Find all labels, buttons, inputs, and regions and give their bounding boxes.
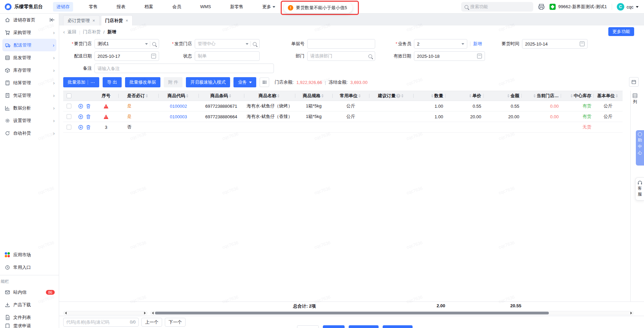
cell-price[interactable]: 20.00 xyxy=(445,111,483,122)
scroll-right-icon[interactable] xyxy=(144,312,146,314)
collapse-sidebar-icon[interactable] xyxy=(50,18,55,22)
col-center-stock[interactable]: 中心库存 xyxy=(561,91,593,101)
sidebar-item-product-download[interactable]: 产品下载 xyxy=(0,298,59,311)
col-amount[interactable]: 金额 xyxy=(483,91,521,101)
info-icon[interactable] xyxy=(396,94,400,98)
col-store-stock[interactable]: 当前门店… xyxy=(521,91,561,101)
bill-no-input[interactable] xyxy=(307,39,375,49)
clerk-select[interactable]: 2 xyxy=(414,39,467,49)
sidebar-item-voucher[interactable]: 凭证管理› xyxy=(0,89,59,102)
department-select[interactable]: 请选择部门 xyxy=(307,51,375,61)
tab-store-replenish[interactable]: 门店补货 × xyxy=(101,15,133,25)
export-button[interactable]: 导 出 xyxy=(103,77,122,87)
cell-qty[interactable]: 1.00 xyxy=(413,111,445,122)
col-qty[interactable]: 数量 xyxy=(413,91,445,101)
global-search-input[interactable]: 搜索功能 xyxy=(461,2,533,12)
nav-item-wms[interactable]: WMS xyxy=(197,2,214,11)
user-menu[interactable]: C cqc xyxy=(617,3,639,11)
more-functions-button[interactable]: 更多功能 xyxy=(608,27,634,36)
col-barcode[interactable]: 商品条码 xyxy=(198,91,244,101)
sidebar-item-auto-replenish[interactable]: 自动补货› xyxy=(0,127,59,139)
sort-icon[interactable] xyxy=(534,94,536,98)
sidebar-item-purchase[interactable]: 采购管理› xyxy=(0,26,59,39)
sidebar-item-stock[interactable]: 库存管理› xyxy=(0,64,59,76)
printer-icon[interactable] xyxy=(538,3,545,10)
cutoff-button[interactable] xyxy=(297,325,319,328)
sort-icon[interactable] xyxy=(186,94,188,98)
delivery-date-datepicker[interactable]: 2025-10-17 xyxy=(94,51,159,61)
sort-icon[interactable] xyxy=(146,94,148,98)
sort-icon[interactable] xyxy=(229,94,231,98)
sort-icon[interactable] xyxy=(321,94,324,98)
nav-item-report[interactable]: 报表 xyxy=(113,2,129,12)
batch-edit-button[interactable]: 批量修改单据 xyxy=(125,77,160,87)
tab-must-order[interactable]: 必订货管理 × xyxy=(63,15,100,25)
sidebar-item-settings[interactable]: 设置管理› xyxy=(0,114,59,127)
sort-icon[interactable] xyxy=(469,94,471,98)
sort-icon[interactable] xyxy=(431,94,433,98)
sender-store-select[interactable]: 管理中心 xyxy=(195,39,260,49)
col-base-unit[interactable]: 基本单位 xyxy=(593,91,623,101)
sidebar-item-home[interactable]: 进销存首页 xyxy=(0,14,59,26)
speed-input-button[interactable]: 开启极速输入模式 xyxy=(186,77,230,87)
sort-icon[interactable] xyxy=(507,94,509,98)
display-settings-button[interactable] xyxy=(260,77,269,87)
sidebar-item-app-market[interactable]: 应用市场 xyxy=(0,248,59,261)
remark-input[interactable] xyxy=(94,64,274,73)
valid-date-datepicker[interactable]: 2025-10-18 xyxy=(414,51,485,61)
left-scrollbar[interactable] xyxy=(63,311,147,315)
search-icon[interactable] xyxy=(368,54,372,58)
col-code[interactable]: 商品代码 xyxy=(158,91,198,101)
col-spec[interactable]: 商品规格 xyxy=(295,91,332,101)
search-icon[interactable] xyxy=(253,42,257,46)
add-row-icon[interactable] xyxy=(78,125,83,130)
search-icon[interactable] xyxy=(152,42,156,46)
nav-item-member[interactable]: 会员 xyxy=(169,2,185,12)
sidebar-item-settlement[interactable]: 结算管理› xyxy=(0,76,59,89)
nav-item-archive[interactable]: 档案 xyxy=(141,2,157,12)
scrollbar-thumb[interactable] xyxy=(155,312,549,314)
next-button[interactable]: 下一个 xyxy=(165,318,186,327)
sort-icon[interactable] xyxy=(616,94,618,98)
sidebar-item-wholesale[interactable]: 批发管理› xyxy=(0,51,59,64)
add-row-icon[interactable] xyxy=(78,114,83,119)
previous-button[interactable]: 上一个 xyxy=(141,318,162,327)
sidebar-item-cutoff[interactable]: 需求申请 xyxy=(0,324,59,328)
add-clerk-link[interactable]: 新增 xyxy=(473,41,482,47)
scroll-left-icon[interactable] xyxy=(152,312,154,314)
batch-add-button[interactable]: 批量添加⋯ xyxy=(63,77,99,87)
request-time-datepicker[interactable]: 2025-10-14 xyxy=(522,39,588,49)
sidebar-item-messages[interactable]: 站内信 86 xyxy=(0,286,59,298)
customer-service-tab[interactable]: 客 服 xyxy=(635,177,644,201)
tenant-selector[interactable]: 99662-新界面测试-测试1 xyxy=(550,4,607,10)
cutoff-button[interactable] xyxy=(323,325,345,328)
scroll-left-icon[interactable] xyxy=(65,312,67,314)
sort-icon[interactable] xyxy=(401,94,403,98)
delete-row-icon[interactable] xyxy=(86,104,91,109)
main-scrollbar[interactable] xyxy=(150,311,634,315)
nav-item-retail[interactable]: 零售 xyxy=(85,2,101,12)
col-unit[interactable]: 常用单位 xyxy=(332,91,369,101)
back-link[interactable]: 返回 xyxy=(68,29,76,35)
close-icon[interactable]: × xyxy=(126,18,128,23)
back-arrow-icon[interactable]: ‹ xyxy=(63,29,65,35)
cutoff-button[interactable] xyxy=(383,325,413,328)
cell-qty[interactable]: 1.00 xyxy=(413,101,445,111)
side-panel-toggle-button[interactable] xyxy=(629,77,639,87)
close-icon[interactable]: × xyxy=(92,18,95,23)
more-options-icon[interactable]: ⋯ xyxy=(90,80,95,85)
product-code-link[interactable]: 0100003 xyxy=(170,114,187,119)
row-checkbox[interactable] xyxy=(67,114,71,119)
sort-icon[interactable] xyxy=(359,94,361,98)
sort-icon[interactable] xyxy=(277,94,279,98)
request-store-select[interactable]: 测试1 xyxy=(94,39,159,49)
add-row-icon[interactable] xyxy=(78,104,83,109)
product-code-link[interactable]: 0100002 xyxy=(170,104,187,109)
sidebar-item-quick-entry[interactable]: 常用入口 xyxy=(0,261,59,274)
col-required[interactable]: 是否必订 xyxy=(118,91,158,101)
select-all-checkbox[interactable] xyxy=(63,91,75,101)
scroll-right-icon[interactable] xyxy=(630,312,632,314)
quick-search-input[interactable]: 0/0 xyxy=(63,318,139,327)
col-name[interactable]: 商品名称 xyxy=(244,91,295,101)
delete-row-icon[interactable] xyxy=(86,125,91,130)
